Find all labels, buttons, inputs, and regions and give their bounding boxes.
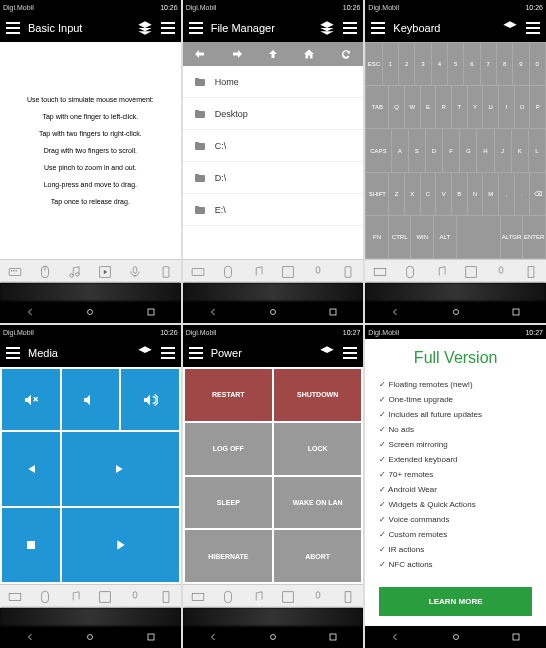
menu-icon[interactable] bbox=[189, 347, 203, 359]
key[interactable]: U bbox=[483, 86, 498, 128]
key[interactable]: N bbox=[468, 173, 483, 215]
key[interactable]: J bbox=[495, 129, 511, 171]
key[interactable]: WIN bbox=[411, 216, 433, 258]
home-icon[interactable] bbox=[84, 306, 96, 318]
back-icon[interactable] bbox=[207, 631, 219, 643]
key[interactable]: R bbox=[436, 86, 451, 128]
mouse-icon[interactable] bbox=[220, 264, 236, 280]
mic-icon[interactable] bbox=[127, 264, 143, 280]
key[interactable]: B bbox=[452, 173, 467, 215]
key[interactable]: 3 bbox=[415, 43, 430, 85]
key-backspace[interactable]: ⌫ bbox=[530, 173, 545, 215]
layers-icon[interactable] bbox=[319, 20, 335, 36]
up-button[interactable] bbox=[255, 42, 290, 66]
key[interactable]: CTRL bbox=[389, 216, 411, 258]
play-icon[interactable] bbox=[463, 264, 479, 280]
volume-down-button[interactable] bbox=[62, 369, 120, 430]
keyboard-icon[interactable] bbox=[7, 264, 23, 280]
key[interactable]: T bbox=[452, 86, 467, 128]
mouse-icon[interactable] bbox=[220, 589, 236, 605]
back-icon[interactable] bbox=[24, 631, 36, 643]
menu-icon[interactable] bbox=[6, 347, 20, 359]
device-icon[interactable] bbox=[340, 264, 356, 280]
key[interactable]: TAB bbox=[366, 86, 388, 128]
key[interactable]: P bbox=[530, 86, 545, 128]
key[interactable]: ENTER bbox=[523, 216, 545, 258]
wol-button[interactable]: WAKE ON LAN bbox=[274, 477, 361, 529]
key[interactable]: X bbox=[405, 173, 420, 215]
key[interactable]: S bbox=[409, 129, 425, 171]
key[interactable]: ALT bbox=[434, 216, 456, 258]
home-icon[interactable] bbox=[450, 306, 462, 318]
key[interactable]: CAPS bbox=[366, 129, 390, 171]
device-icon[interactable] bbox=[340, 589, 356, 605]
back-icon[interactable] bbox=[389, 306, 401, 318]
keyboard-icon[interactable] bbox=[190, 264, 206, 280]
key[interactable]: 4 bbox=[432, 43, 447, 85]
options-icon[interactable] bbox=[343, 22, 357, 34]
mic-icon[interactable] bbox=[127, 589, 143, 605]
home-icon[interactable] bbox=[267, 631, 279, 643]
key[interactable]: K bbox=[512, 129, 528, 171]
key[interactable]: L bbox=[529, 129, 545, 171]
play-icon[interactable] bbox=[280, 264, 296, 280]
key[interactable]: F bbox=[443, 129, 459, 171]
prev-button[interactable] bbox=[2, 432, 60, 506]
key[interactable]: Y bbox=[468, 86, 483, 128]
recent-icon[interactable] bbox=[510, 306, 522, 318]
layers-icon[interactable] bbox=[502, 20, 518, 36]
back-icon[interactable] bbox=[24, 306, 36, 318]
music-icon[interactable] bbox=[67, 589, 83, 605]
key[interactable]: A bbox=[392, 129, 408, 171]
layers-icon[interactable] bbox=[137, 20, 153, 36]
music-icon[interactable] bbox=[433, 264, 449, 280]
mouse-icon[interactable] bbox=[402, 264, 418, 280]
menu-icon[interactable] bbox=[371, 22, 385, 34]
key[interactable]: 1 bbox=[383, 43, 398, 85]
back-icon[interactable] bbox=[207, 306, 219, 318]
key[interactable]: Q bbox=[389, 86, 404, 128]
key[interactable]: H bbox=[477, 129, 493, 171]
options-icon[interactable] bbox=[526, 22, 540, 34]
lock-button[interactable]: LOCK bbox=[274, 423, 361, 475]
recent-icon[interactable] bbox=[327, 631, 339, 643]
menu-icon[interactable] bbox=[6, 22, 20, 34]
learn-more-button[interactable]: LEARN MORE bbox=[379, 587, 532, 616]
recent-icon[interactable] bbox=[327, 306, 339, 318]
layers-icon[interactable] bbox=[319, 345, 335, 361]
keyboard-icon[interactable] bbox=[190, 589, 206, 605]
key[interactable]: SHIFT bbox=[366, 173, 388, 215]
key[interactable]: 7 bbox=[481, 43, 496, 85]
key[interactable]: ALTGR bbox=[501, 216, 523, 258]
options-icon[interactable] bbox=[343, 347, 357, 359]
shutdown-button[interactable]: SHUTDOWN bbox=[274, 369, 361, 421]
folder-item[interactable]: Home bbox=[183, 66, 364, 98]
home-button[interactable] bbox=[292, 42, 327, 66]
key[interactable]: 0 bbox=[530, 43, 545, 85]
key[interactable]: 8 bbox=[497, 43, 512, 85]
mouse-icon[interactable] bbox=[37, 589, 53, 605]
play-pause-button[interactable] bbox=[62, 508, 179, 582]
next-button[interactable] bbox=[62, 432, 179, 506]
keyboard-icon[interactable] bbox=[7, 589, 23, 605]
key[interactable]: Z bbox=[389, 173, 404, 215]
options-icon[interactable] bbox=[161, 347, 175, 359]
recent-icon[interactable] bbox=[145, 306, 157, 318]
play-icon[interactable] bbox=[97, 589, 113, 605]
recent-icon[interactable] bbox=[510, 631, 522, 643]
folder-item[interactable]: C:\ bbox=[183, 130, 364, 162]
home-icon[interactable] bbox=[267, 306, 279, 318]
folder-item[interactable]: D:\ bbox=[183, 162, 364, 194]
mic-icon[interactable] bbox=[310, 264, 326, 280]
home-icon[interactable] bbox=[450, 631, 462, 643]
refresh-button[interactable] bbox=[328, 42, 363, 66]
play-icon[interactable] bbox=[97, 264, 113, 280]
keyboard-icon[interactable] bbox=[372, 264, 388, 280]
folder-item[interactable]: Desktop bbox=[183, 98, 364, 130]
key[interactable]: 5 bbox=[448, 43, 463, 85]
key[interactable]: O bbox=[515, 86, 530, 128]
music-icon[interactable] bbox=[67, 264, 83, 280]
key[interactable]: W bbox=[405, 86, 420, 128]
key[interactable]: D bbox=[426, 129, 442, 171]
key[interactable]: . bbox=[515, 173, 530, 215]
